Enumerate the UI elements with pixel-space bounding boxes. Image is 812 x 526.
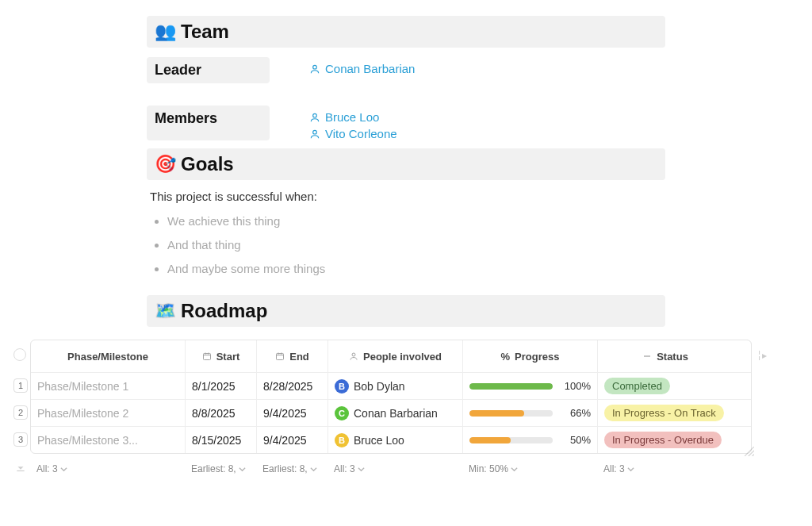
footer-status[interactable]: All: 3 bbox=[597, 463, 732, 474]
goal-item[interactable]: And that thing bbox=[167, 233, 665, 257]
svg-rect-5 bbox=[277, 354, 284, 360]
member-name: Vito Corleone bbox=[325, 127, 397, 140]
svg-point-1 bbox=[313, 113, 317, 117]
members-row: Members Bruce Loo Vito Corleone bbox=[147, 106, 665, 140]
status-pill: In Progress - On Track bbox=[604, 405, 724, 421]
person-icon bbox=[309, 129, 320, 140]
col-start[interactable]: Start bbox=[186, 340, 257, 372]
col-phase[interactable]: Phase/Milestone bbox=[31, 340, 186, 372]
col-progress[interactable]: % Progress bbox=[463, 340, 598, 372]
members-label: Members bbox=[155, 110, 217, 126]
person-icon bbox=[309, 112, 320, 123]
row-handle[interactable]: 2 bbox=[13, 405, 28, 420]
cell-phase[interactable]: Phase/Milestone 3... bbox=[31, 427, 186, 453]
roadmap-table: 1 2 3 ╎▸ Phase/Milestone Start End Peopl… bbox=[30, 340, 752, 454]
svg-rect-4 bbox=[203, 354, 210, 360]
goal-item[interactable]: We achieve this thing bbox=[167, 209, 665, 233]
chevron-down-icon bbox=[60, 466, 67, 473]
person-icon bbox=[349, 351, 358, 361]
goals-title: Goals bbox=[181, 153, 234, 175]
row-handle[interactable]: 1 bbox=[13, 378, 28, 393]
section-roadmap-header: 🗺️ Roadmap bbox=[147, 295, 665, 327]
col-people[interactable]: People involved bbox=[328, 340, 463, 372]
cell-status[interactable]: Completed bbox=[598, 373, 733, 399]
goals-emoji-icon: 🎯 bbox=[155, 154, 176, 175]
cell-status[interactable]: In Progress - On Track bbox=[598, 400, 733, 426]
chevron-down-icon bbox=[239, 466, 246, 473]
chevron-down-icon bbox=[358, 466, 365, 473]
footer-people[interactable]: All: 3 bbox=[327, 463, 462, 474]
svg-point-0 bbox=[313, 65, 317, 69]
calendar-icon bbox=[275, 351, 285, 361]
cell-people[interactable]: B Bruce Loo bbox=[328, 427, 463, 453]
cell-phase[interactable]: Phase/Milestone 1 bbox=[31, 373, 186, 399]
expand-column-icon[interactable]: ╎▸ bbox=[756, 350, 767, 361]
person-name: Bob Dylan bbox=[354, 380, 405, 393]
member-person-link[interactable]: Vito Corleone bbox=[309, 127, 397, 140]
members-label-box: Members bbox=[147, 106, 270, 140]
person-name: Bruce Loo bbox=[354, 434, 404, 447]
cell-status[interactable]: In Progress - Overdue bbox=[598, 427, 733, 453]
leader-row: Leader Conan Barbarian bbox=[147, 57, 665, 83]
resize-handle-icon[interactable] bbox=[745, 447, 754, 456]
progress-bar bbox=[469, 410, 553, 417]
cell-end[interactable]: 9/4/2025 bbox=[257, 400, 328, 426]
leader-person-link[interactable]: Conan Barbarian bbox=[309, 62, 415, 75]
progress-pct: 100% bbox=[561, 380, 591, 392]
chevron-down-icon bbox=[310, 466, 317, 473]
add-row-icon[interactable] bbox=[15, 463, 26, 474]
footer-end[interactable]: Earliest: 8, bbox=[256, 463, 327, 474]
percent-icon: % bbox=[501, 351, 511, 363]
cell-progress[interactable]: 100% bbox=[463, 373, 598, 399]
table-footer: All: 3 Earliest: 8, Earliest: 8, All: 3 … bbox=[30, 454, 752, 478]
cell-progress[interactable]: 66% bbox=[463, 400, 598, 426]
cell-start[interactable]: 8/15/2025 bbox=[186, 427, 257, 453]
col-status[interactable]: Status bbox=[598, 340, 733, 372]
leader-label: Leader bbox=[155, 62, 201, 78]
table-header: Phase/Milestone Start End People involve… bbox=[31, 340, 751, 372]
calendar-icon bbox=[202, 351, 212, 361]
avatar: B bbox=[335, 433, 349, 447]
footer-progress[interactable]: Min: 50% bbox=[462, 463, 597, 474]
status-pill: Completed bbox=[604, 378, 670, 394]
table-row[interactable]: Phase/Milestone 3... 8/15/2025 9/4/2025 … bbox=[31, 426, 751, 453]
cell-people[interactable]: C Conan Barbarian bbox=[328, 400, 463, 426]
section-goals-header: 🎯 Goals bbox=[147, 148, 665, 180]
member-person-link[interactable]: Bruce Loo bbox=[309, 110, 397, 124]
svg-rect-3 bbox=[17, 470, 24, 471]
status-icon bbox=[642, 351, 652, 361]
leader-name: Conan Barbarian bbox=[325, 62, 415, 75]
table-row[interactable]: Phase/Milestone 2 8/8/2025 9/4/2025 C Co… bbox=[31, 399, 751, 426]
row-handle[interactable]: 3 bbox=[13, 432, 28, 447]
leader-label-box: Leader bbox=[147, 57, 270, 83]
cell-end[interactable]: 8/28/2025 bbox=[257, 373, 328, 399]
table-row[interactable]: Phase/Milestone 1 8/1/2025 8/28/2025 B B… bbox=[31, 372, 751, 399]
cell-start[interactable]: 8/8/2025 bbox=[186, 400, 257, 426]
goals-list: We achieve this thing And that thing And… bbox=[147, 209, 665, 281]
goal-item[interactable]: And maybe some more things bbox=[167, 257, 665, 281]
section-team-header: 👥 Team bbox=[147, 16, 665, 48]
progress-pct: 66% bbox=[561, 407, 591, 419]
col-end[interactable]: End bbox=[257, 340, 328, 372]
member-name: Bruce Loo bbox=[325, 110, 379, 124]
footer-start[interactable]: Earliest: 8, bbox=[185, 463, 256, 474]
progress-pct: 50% bbox=[561, 434, 591, 446]
cell-progress[interactable]: 50% bbox=[463, 427, 598, 453]
cell-phase[interactable]: Phase/Milestone 2 bbox=[31, 400, 186, 426]
svg-point-2 bbox=[313, 130, 317, 134]
status-pill: In Progress - Overdue bbox=[604, 432, 722, 448]
svg-point-6 bbox=[352, 353, 355, 356]
team-title: Team bbox=[181, 21, 229, 43]
cell-people[interactable]: B Bob Dylan bbox=[328, 373, 463, 399]
cell-end[interactable]: 9/4/2025 bbox=[257, 427, 328, 453]
roadmap-title: Roadmap bbox=[181, 300, 267, 322]
chevron-down-icon bbox=[627, 466, 634, 473]
footer-phase[interactable]: All: 3 bbox=[30, 463, 185, 474]
person-icon bbox=[309, 63, 320, 75]
cell-start[interactable]: 8/1/2025 bbox=[186, 373, 257, 399]
team-emoji-icon: 👥 bbox=[155, 21, 176, 42]
progress-bar bbox=[469, 383, 553, 390]
roadmap-emoji-icon: 🗺️ bbox=[155, 301, 176, 321]
select-all-circle[interactable] bbox=[13, 348, 26, 361]
progress-bar bbox=[469, 437, 553, 443]
